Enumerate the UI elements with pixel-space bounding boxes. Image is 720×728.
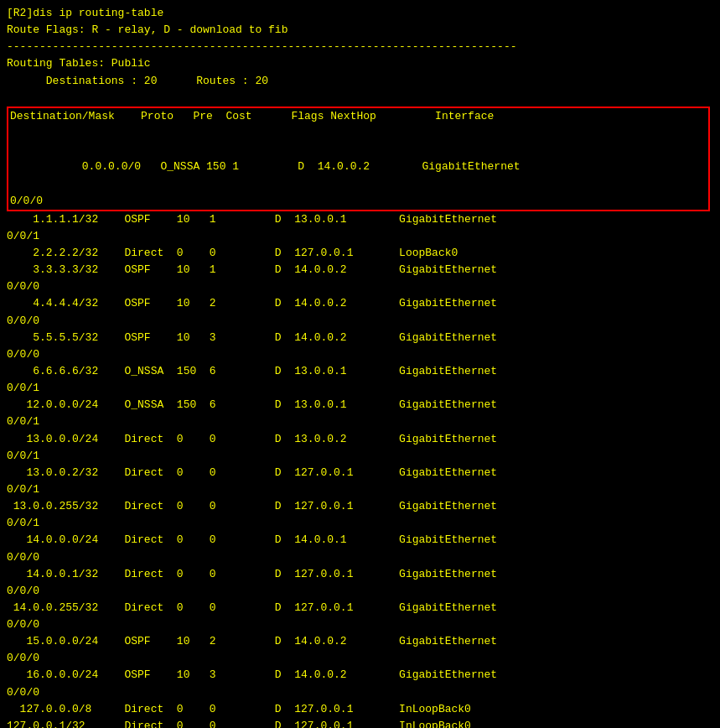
hl-pre: 150 [206,160,232,173]
table-row: 5.5.5.5/32 OSPF 10 3 D 14.0.0.2 GigabitE… [7,330,713,346]
prompt-line: [R2]dis ip routing-table [7,5,713,22]
table-row: 1.1.1.1/32 OSPF 10 1 D 13.0.0.1 GigabitE… [7,211,713,228]
terminal-window: [R2]dis ip routing-table Route Flags: R … [0,0,720,728]
hl-flags: D [298,160,317,173]
hl-cost: 1 [232,160,298,173]
table-row-iface2: 0/0/1 [7,413,713,430]
empty-line-2 [10,125,707,142]
table-header-line: Destination/Mask Proto Pre Cost Flags Ne… [10,108,707,125]
table-row: 127.0.0.1/32 Direct 0 0 D 127.0.0.1 InLo… [7,718,713,728]
hl-proto: O_NSSA [160,160,206,173]
table-row-iface2: 0/0/0 [7,583,713,600]
destinations-line: Destinations : 20 Routes : 20 [7,73,713,90]
table-row: 6.6.6.6/32 O_NSSA 150 6 D 13.0.0.1 Gigab… [7,363,713,380]
table-row-iface2: 0/0/0 [7,549,713,566]
highlighted-row-iface2: 0/0/0 [10,193,707,210]
route-flags-line: Route Flags: R - relay, D - download to … [7,22,713,39]
table-row-iface2: 0/0/1 [7,515,713,532]
hl-iface: GigabitEthernet [422,160,521,173]
table-row: 14.0.0.0/24 Direct 0 0 D 14.0.0.1 Gigabi… [7,532,713,549]
table-row-iface2: 0/0/1 [7,380,713,397]
table-row-iface2: 0/0/0 [7,278,713,295]
table-row: 12.0.0.0/24 O_NSSA 150 6 D 13.0.0.1 Giga… [7,397,713,413]
highlighted-box: Destination/Mask Proto Pre Cost Flags Ne… [7,107,710,211]
table-row-iface2: 0/0/1 [7,481,713,498]
table-row-iface2: 0/0/1 [7,448,713,465]
table-row: 14.0.0.255/32 Direct 0 0 D 127.0.0.1 Gig… [7,600,713,616]
table-row-iface2: 0/0/0 [7,346,713,363]
table-row: 15.0.0.0/24 OSPF 10 2 D 14.0.0.2 Gigabit… [7,633,713,650]
table-row: 127.0.0.0/8 Direct 0 0 D 127.0.0.1 InLoo… [7,701,713,718]
table-row: 16.0.0.0/24 OSPF 10 3 D 14.0.0.2 Gigabit… [7,667,713,684]
divider-line: ----------------------------------------… [7,39,713,55]
table-row: 4.4.4.4/32 OSPF 10 2 D 14.0.0.2 GigabitE… [7,295,713,312]
table-row: 3.3.3.3/32 OSPF 10 1 D 14.0.0.2 GigabitE… [7,262,713,278]
table-row: 13.0.0.0/24 Direct 0 0 D 13.0.0.2 Gigabi… [7,431,713,448]
hl-nexthop: 14.0.0.2 [318,160,422,173]
empty-line-1 [7,90,713,107]
table-row-iface2: 0/0/0 [7,684,713,701]
table-row-iface2: 0/0/0 [7,650,713,667]
highlighted-row: 0.0.0.0/0 O_NSSA 150 1 D 14.0.0.2 Gigabi… [10,142,707,192]
routing-tables-line: Routing Tables: Public [7,55,713,72]
table-row: 14.0.0.1/32 Direct 0 0 D 127.0.0.1 Gigab… [7,566,713,583]
routing-table-body: 1.1.1.1/32 OSPF 10 1 D 13.0.0.1 GigabitE… [7,211,713,728]
table-row-iface2: 0/0/1 [7,228,713,245]
table-row: 13.0.0.2/32 Direct 0 0 D 127.0.0.1 Gigab… [7,465,713,481]
table-row: 2.2.2.2/32 Direct 0 0 D 127.0.0.1 LoopBa… [7,245,713,262]
table-row: 13.0.0.255/32 Direct 0 0 D 127.0.0.1 Gig… [7,498,713,515]
table-row-iface2: 0/0/0 [7,313,713,330]
table-row-iface2: 0/0/0 [7,616,713,633]
hl-dest: 0.0.0.0/0 [49,160,161,173]
